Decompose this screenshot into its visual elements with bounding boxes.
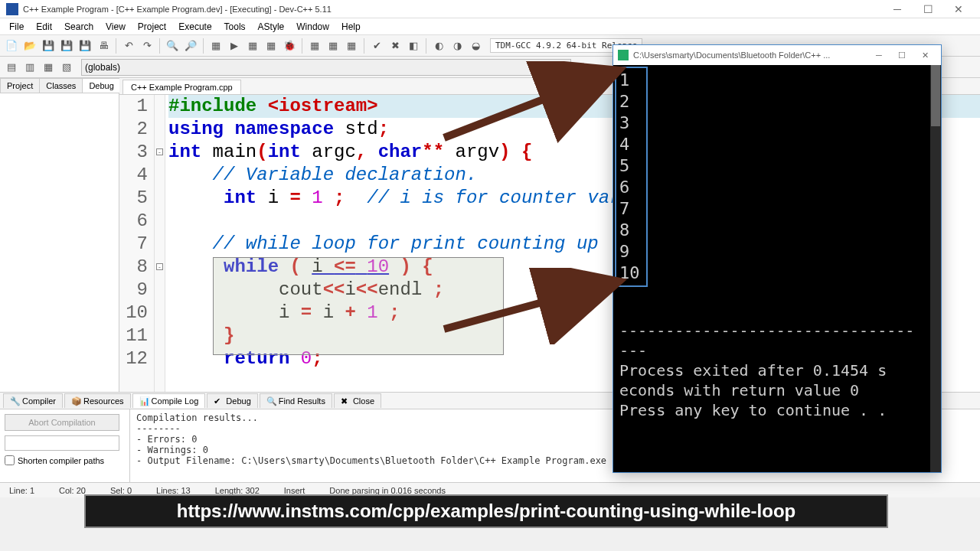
console-icon xyxy=(618,50,629,60)
side-tab-project[interactable]: Project xyxy=(0,78,40,93)
tab-compile-log[interactable]: 📊Compile Log xyxy=(132,393,206,408)
shorten-paths-checkbox[interactable]: Shorten compiler paths xyxy=(5,455,125,465)
insert-icon[interactable]: ▥ xyxy=(21,59,38,76)
fold-column: - - xyxy=(155,95,165,392)
status-lines: Lines: 13 xyxy=(152,486,195,495)
stop-icon[interactable]: ✖ xyxy=(387,37,403,54)
log-icon: 📊 xyxy=(139,396,149,406)
debug-icon: ✔ xyxy=(214,396,223,406)
menu-search[interactable]: Search xyxy=(58,20,100,34)
compile-icon[interactable]: ▦ xyxy=(207,37,224,54)
console-output[interactable]: 1 2 3 4 5 6 7 8 9 10 -------------------… xyxy=(613,65,941,472)
menu-astyle[interactable]: AStyle xyxy=(252,20,291,34)
tab-close[interactable]: ✖Close xyxy=(334,393,381,408)
tab-resources[interactable]: 📦Resources xyxy=(64,393,131,408)
tab-find-results[interactable]: 🔍Find Results xyxy=(260,393,332,408)
app-icon xyxy=(6,3,18,15)
side-panel: Project Classes Debug xyxy=(0,78,119,392)
maximize-button[interactable]: ☐ xyxy=(913,3,943,15)
console-scrollbar[interactable] xyxy=(930,65,941,472)
menu-view[interactable]: View xyxy=(100,20,132,34)
menu-project[interactable]: Project xyxy=(132,20,172,34)
status-line: Line: 1 xyxy=(5,486,39,495)
close-button[interactable]: ✕ xyxy=(943,3,974,15)
find-icon[interactable]: 🔍 xyxy=(164,37,181,54)
scope-dropdown[interactable]: (globals) xyxy=(81,59,571,76)
line-gutter: 123456789101112 xyxy=(119,95,155,392)
status-col: Col: 20 xyxy=(54,486,90,495)
editor-tab-file[interactable]: C++ Example Program.cpp xyxy=(122,80,241,94)
fold-icon[interactable]: - xyxy=(156,148,163,155)
compile-controls: Abort Compilation Shorten compiler paths xyxy=(0,409,130,482)
redo-icon[interactable]: ↷ xyxy=(139,37,155,54)
side-tab-classes[interactable]: Classes xyxy=(39,78,83,93)
step-icon[interactable]: ◐ xyxy=(430,37,447,54)
debug-icon[interactable]: 🐞 xyxy=(281,37,298,54)
status-length: Length: 302 xyxy=(211,486,264,495)
new-project-icon[interactable]: ▤ xyxy=(3,59,20,76)
console-close[interactable]: ✕ xyxy=(913,51,936,60)
status-parse: Done parsing in 0.016 seconds xyxy=(325,486,450,495)
compile-run-icon[interactable]: ▦ xyxy=(244,37,261,54)
menubar: File Edit Search View Project Execute To… xyxy=(0,18,980,35)
tab-debug[interactable]: ✔Debug xyxy=(207,393,257,408)
bookmark-icon[interactable]: ▦ xyxy=(40,59,57,76)
find-icon: 🔍 xyxy=(266,396,276,406)
shell2-icon[interactable]: ▦ xyxy=(343,37,360,54)
print-icon[interactable]: 🖶 xyxy=(95,37,112,54)
minimize-button[interactable]: ─ xyxy=(882,3,913,15)
rebuild-icon[interactable]: ▦ xyxy=(263,37,279,54)
compiler-icon: 🔧 xyxy=(10,396,19,406)
output-highlight-box: 1 2 3 4 5 6 7 8 9 10 xyxy=(615,67,648,287)
save-as-icon[interactable]: 💾 xyxy=(77,37,93,54)
console-minimize[interactable]: ─ xyxy=(867,51,890,60)
url-banner: https://www.instms.com/cpp/examples/prin… xyxy=(84,494,888,528)
window-title: C++ Example Program - [C++ Example Progr… xyxy=(23,5,882,14)
titlebar: C++ Example Program - [C++ Example Progr… xyxy=(0,0,980,18)
console-window[interactable]: C:\Users\smarty\Documents\Bluetooth Fold… xyxy=(612,44,942,473)
save-icon[interactable]: 💾 xyxy=(40,37,57,54)
resources-icon: 📦 xyxy=(71,396,80,406)
close-icon: ✖ xyxy=(341,396,350,406)
side-tab-debug[interactable]: Debug xyxy=(82,78,120,93)
filter-input[interactable] xyxy=(5,435,119,451)
menu-file[interactable]: File xyxy=(3,20,30,34)
menu-execute[interactable]: Execute xyxy=(172,20,217,34)
status-insert: Insert xyxy=(279,486,310,495)
run-icon[interactable]: ▶ xyxy=(226,37,243,54)
menu-help[interactable]: Help xyxy=(335,20,367,34)
new-file-icon[interactable]: 📄 xyxy=(3,37,20,54)
side-tabs: Project Classes Debug xyxy=(0,78,119,93)
profile-icon[interactable]: ▦ xyxy=(306,37,323,54)
goto-bookmark-icon[interactable]: ▧ xyxy=(58,59,75,76)
console-title-text: C:\Users\smarty\Documents\Bluetooth Fold… xyxy=(633,51,867,60)
goto-icon[interactable]: ◧ xyxy=(405,37,422,54)
abort-button[interactable]: Abort Compilation xyxy=(5,414,119,431)
step3-icon[interactable]: ◒ xyxy=(467,37,484,54)
check-icon[interactable]: ✔ xyxy=(368,37,385,54)
menu-edit[interactable]: Edit xyxy=(30,20,58,34)
console-maximize[interactable]: ☐ xyxy=(890,51,913,60)
step2-icon[interactable]: ◑ xyxy=(449,37,466,54)
fold-icon[interactable]: - xyxy=(156,263,163,270)
scroll-thumb[interactable] xyxy=(931,65,940,126)
console-titlebar[interactable]: C:\Users\smarty\Documents\Bluetooth Fold… xyxy=(613,45,941,65)
save-all-icon[interactable]: 💾 xyxy=(58,37,75,54)
undo-icon[interactable]: ↶ xyxy=(120,37,137,54)
menu-window[interactable]: Window xyxy=(290,20,335,34)
status-sel: Sel: 0 xyxy=(106,486,136,495)
menu-tools[interactable]: Tools xyxy=(218,20,252,34)
replace-icon[interactable]: 🔎 xyxy=(182,37,199,54)
open-icon[interactable]: 📂 xyxy=(21,37,38,54)
shell-icon[interactable]: ▦ xyxy=(325,37,341,54)
tab-compiler[interactable]: 🔧Compiler xyxy=(3,393,63,408)
